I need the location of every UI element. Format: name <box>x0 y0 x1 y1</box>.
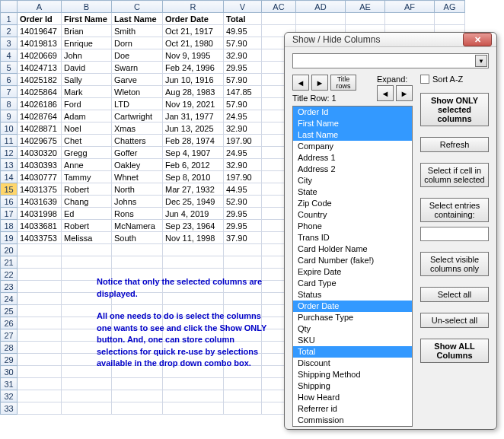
row-header[interactable]: 11 <box>1 135 18 147</box>
cell[interactable] <box>163 256 224 269</box>
col-header-B[interactable]: B <box>62 1 112 13</box>
cell[interactable]: 14026186 <box>18 98 62 110</box>
field-item[interactable]: Shipping <box>293 380 412 392</box>
cell[interactable]: 24.95 <box>224 110 262 122</box>
cell[interactable] <box>62 378 112 390</box>
cell[interactable]: Robert <box>62 183 112 196</box>
row-header[interactable]: 17 <box>1 208 18 220</box>
cell[interactable] <box>163 378 224 390</box>
cell[interactable] <box>224 256 262 269</box>
cell[interactable]: 24.95 <box>224 147 262 159</box>
cell[interactable] <box>62 366 112 378</box>
cell[interactable]: Sep 4, 1907 <box>163 147 224 159</box>
cell[interactable] <box>112 256 163 269</box>
cell[interactable] <box>18 342 62 354</box>
cell[interactable]: Robert <box>62 220 112 232</box>
cell[interactable]: John <box>62 49 112 62</box>
cell[interactable]: Melissa <box>62 232 112 244</box>
field-item[interactable]: Address 2 <box>293 164 412 175</box>
col-header-C[interactable]: C <box>112 1 163 13</box>
cell[interactable] <box>62 342 112 354</box>
field-item[interactable]: Last Name <box>293 129 412 141</box>
cell[interactable] <box>18 293 62 305</box>
cell[interactable]: Sally <box>62 74 112 86</box>
field-item[interactable]: Card Number (fake!) <box>293 255 412 266</box>
cell[interactable] <box>18 305 62 317</box>
col-header-V[interactable]: V <box>224 1 262 13</box>
cell[interactable] <box>163 269 224 281</box>
cell[interactable] <box>62 354 112 366</box>
cell[interactable]: Anne <box>62 159 112 171</box>
cell[interactable]: 197.90 <box>224 171 262 183</box>
field-item[interactable]: Qty <box>293 323 412 335</box>
cell[interactable]: Doe <box>112 49 163 62</box>
cell[interactable] <box>112 342 163 354</box>
field-item[interactable]: Discount <box>293 358 412 369</box>
cell[interactable] <box>112 293 163 305</box>
cell[interactable] <box>163 281 224 293</box>
title-rows-button[interactable]: Title rows <box>330 75 356 91</box>
field-item[interactable]: Total <box>293 346 412 358</box>
cell[interactable] <box>224 402 262 415</box>
row-header[interactable]: 28 <box>1 342 18 354</box>
row-header[interactable]: 18 <box>1 220 18 232</box>
cell[interactable] <box>112 329 163 342</box>
field-item[interactable]: Expire Date <box>293 266 412 278</box>
cell[interactable] <box>62 329 112 342</box>
field-header[interactable] <box>262 13 296 25</box>
cell[interactable]: 197.90 <box>224 135 262 147</box>
cell[interactable]: 57.90 <box>224 98 262 110</box>
row-header[interactable]: 12 <box>1 147 18 159</box>
row-header[interactable]: 30 <box>1 366 18 378</box>
row-header[interactable]: 25 <box>1 305 18 317</box>
cell[interactable] <box>112 390 163 402</box>
field-header[interactable]: Last Name <box>112 13 163 25</box>
cell[interactable]: 14031375 <box>18 183 62 196</box>
unselect-all-button[interactable]: Un-select all <box>420 313 489 328</box>
field-header[interactable] <box>296 13 346 25</box>
col-header-AF[interactable]: AF <box>385 1 435 13</box>
cell[interactable] <box>163 329 224 342</box>
selection-combobox[interactable]: ▼ <box>292 53 489 68</box>
field-header[interactable] <box>346 13 385 25</box>
cell[interactable] <box>224 354 262 366</box>
cell[interactable] <box>62 269 112 281</box>
cell[interactable]: 14030393 <box>18 159 62 171</box>
cell[interactable]: Adam <box>62 110 112 122</box>
field-item[interactable]: Company <box>293 141 412 152</box>
cell[interactable]: 49.95 <box>224 25 262 37</box>
cell[interactable] <box>62 402 112 415</box>
cell[interactable]: Garve <box>112 74 163 86</box>
cell[interactable]: Wleton <box>112 86 163 98</box>
row-header[interactable]: 2 <box>1 25 18 37</box>
cell[interactable] <box>224 293 262 305</box>
cell[interactable]: 52.90 <box>224 196 262 208</box>
cell[interactable]: Tammy <box>62 171 112 183</box>
select-visible-button[interactable]: Select visible columns only <box>420 252 489 276</box>
cell[interactable]: 32.90 <box>224 122 262 135</box>
cell[interactable] <box>163 244 224 256</box>
field-item[interactable]: How Heard <box>293 392 412 403</box>
select-all-cell[interactable] <box>1 1 18 13</box>
field-header[interactable] <box>435 13 465 25</box>
cell[interactable] <box>163 354 224 366</box>
cell[interactable]: 147.85 <box>224 86 262 98</box>
col-header-AC[interactable]: AC <box>262 1 296 13</box>
field-item[interactable]: Order Date <box>293 301 412 312</box>
cell[interactable]: Mar 27, 1932 <box>163 183 224 196</box>
cell[interactable]: Nov 19, 2021 <box>163 98 224 110</box>
show-only-button[interactable]: Show ONLY selected columns <box>420 93 489 126</box>
row-header[interactable]: 29 <box>1 354 18 366</box>
cell[interactable] <box>112 244 163 256</box>
cell[interactable]: Nov 11, 1998 <box>163 232 224 244</box>
cell[interactable] <box>18 281 62 293</box>
cell[interactable] <box>163 366 224 378</box>
cell[interactable]: 14033753 <box>18 232 62 244</box>
cell[interactable]: Feb 6, 2012 <box>163 159 224 171</box>
cell[interactable] <box>163 317 224 329</box>
row-header[interactable]: 6 <box>1 74 18 86</box>
cell[interactable]: 14028871 <box>18 122 62 135</box>
fields-listbox[interactable]: Order IdFirst NameLast NameCompanyAddres… <box>292 106 413 427</box>
field-header[interactable]: First Name <box>62 13 112 25</box>
cell[interactable]: 57.90 <box>224 37 262 49</box>
